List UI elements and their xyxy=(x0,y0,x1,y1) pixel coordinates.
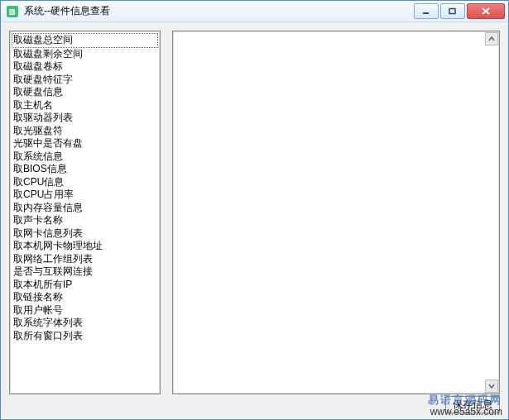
chevron-down-icon xyxy=(488,383,495,389)
client-area: 取磁盘总空间取磁盘剩余空间取磁盘卷标取硬盘特征字取硬盘信息取主机名取驱动器列表取… xyxy=(1,22,508,419)
list-item[interactable]: 取BIOS信息 xyxy=(12,163,158,176)
list-item[interactable]: 取硬盘特征字 xyxy=(12,74,158,87)
list-item[interactable]: 取CPU占用率 xyxy=(12,189,158,202)
list-item[interactable]: 取用户帐号 xyxy=(12,304,158,317)
list-item[interactable]: 取本机所有IP xyxy=(12,279,158,292)
list-item[interactable]: 取声卡名称 xyxy=(12,214,158,227)
app-icon xyxy=(6,5,19,18)
save-button[interactable]: 保存信息 xyxy=(445,396,500,413)
list-item[interactable]: 取驱动器列表 xyxy=(12,112,158,125)
list-item[interactable]: 取网卡信息列表 xyxy=(12,227,158,241)
list-item[interactable]: 取系统字体列表 xyxy=(12,317,158,330)
list-item[interactable]: 取网络工作组列表 xyxy=(12,253,158,266)
panels-row: 取磁盘总空间取磁盘剩余空间取磁盘卷标取硬盘特征字取硬盘信息取主机名取驱动器列表取… xyxy=(9,31,500,394)
list-item[interactable]: 取系统信息 xyxy=(12,150,158,164)
list-item[interactable]: 取链接名称 xyxy=(12,291,158,304)
list-item[interactable]: 光驱中是否有盘 xyxy=(12,137,158,150)
minimize-button[interactable] xyxy=(414,3,439,19)
title-bar[interactable]: 系统--硬件信息查看 xyxy=(1,1,508,22)
window-title: 系统--硬件信息查看 xyxy=(24,4,414,18)
minimize-icon xyxy=(422,7,430,16)
app-window: 系统--硬件信息查看 取磁盘总空间取磁盘剩余空间取磁盘卷标取硬盘特征字取硬盘信息… xyxy=(0,0,509,420)
maximize-icon xyxy=(449,7,457,16)
list-item[interactable]: 取本机网卡物理地址 xyxy=(12,240,158,253)
list-item[interactable]: 取内存容量信息 xyxy=(12,202,158,215)
list-item[interactable]: 是否与互联网连接 xyxy=(12,265,158,279)
maximize-button[interactable] xyxy=(440,3,465,19)
list-item[interactable]: 取所有窗口列表 xyxy=(12,330,158,343)
list-item[interactable]: 取光驱盘符 xyxy=(12,125,158,138)
close-icon xyxy=(481,7,491,16)
list-item[interactable]: 取CPU信息 xyxy=(12,176,158,189)
list-item[interactable]: 取主机名 xyxy=(12,99,158,112)
scroll-up-button[interactable] xyxy=(485,32,498,45)
output-panel[interactable] xyxy=(172,31,500,394)
list-item[interactable]: 取磁盘卷标 xyxy=(12,60,158,74)
bottom-toolbar: 保存信息 xyxy=(9,394,500,414)
window-controls xyxy=(414,3,505,19)
svg-rect-2 xyxy=(449,8,455,13)
list-item[interactable]: 取磁盘剩余空间 xyxy=(12,48,158,61)
close-button[interactable] xyxy=(467,3,505,19)
function-list[interactable]: 取磁盘总空间取磁盘剩余空间取磁盘卷标取硬盘特征字取硬盘信息取主机名取驱动器列表取… xyxy=(9,31,161,394)
chevron-up-icon xyxy=(488,36,495,42)
scroll-down-button[interactable] xyxy=(485,379,498,393)
list-item[interactable]: 取硬盘信息 xyxy=(12,86,158,99)
list-item[interactable]: 取磁盘总空间 xyxy=(12,33,158,48)
